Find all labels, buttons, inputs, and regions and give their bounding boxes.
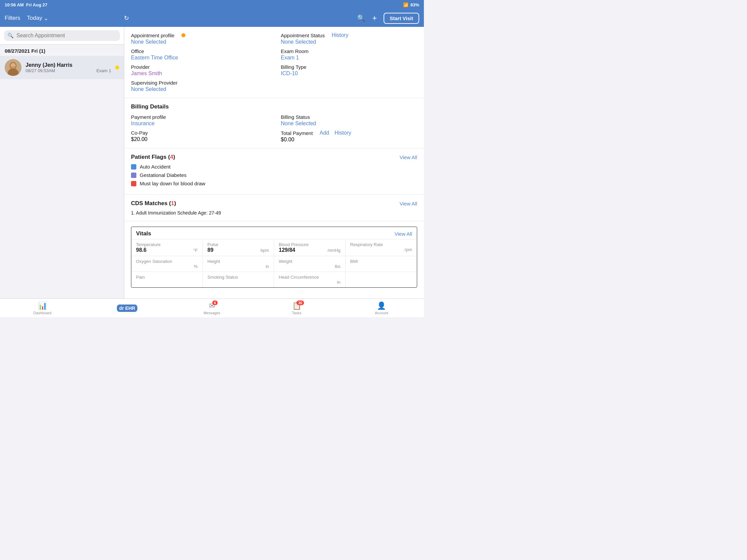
weight-unit: lbs	[335, 264, 341, 269]
tasks-icon-wrap: 📋 36	[292, 301, 301, 310]
smoking-label: Smoking Status	[208, 275, 269, 280]
temperature-cell: Temperature 98.6 °F	[131, 239, 203, 256]
appointment-status-label: Appointment Status	[281, 32, 325, 38]
resp-rate-cell: Respiratory Rate rpm	[345, 239, 417, 256]
billing-type-label: Billing Type	[281, 64, 417, 70]
flag-item-2: Must lay down for blood draw	[131, 181, 417, 186]
resp-rate-label: Respiratory Rate	[350, 242, 412, 247]
tab-ehr[interactable]: dr EHR	[85, 304, 169, 312]
smoking-cell: Smoking Status	[203, 272, 275, 287]
patient-name: Jenny (Jen) Harris	[26, 62, 111, 68]
search-input[interactable]	[17, 32, 117, 38]
vitals-view-all[interactable]: View All	[395, 231, 412, 237]
search-bar: 🔍	[0, 27, 124, 45]
appointment-profile-value[interactable]: None Selected	[131, 39, 267, 45]
exam-room-value[interactable]: Exam 1	[281, 55, 417, 61]
date-group-header: 08/27/2021 Fri (1)	[0, 45, 124, 56]
bp-unit: mmHg	[328, 248, 340, 253]
supervising-provider-value[interactable]: None Selected	[131, 86, 267, 92]
head-circ-cell: Head Circumference in	[274, 272, 345, 287]
appointment-status-value[interactable]: None Selected	[281, 39, 417, 45]
provider-value[interactable]: James Smith	[131, 71, 267, 77]
tab-messages[interactable]: ✉ 6 Messages	[170, 301, 254, 315]
account-icon: 👤	[377, 301, 386, 310]
provider-label: Provider	[131, 64, 267, 70]
messages-badge-wrap: 6	[212, 299, 218, 305]
bp-label: Blood Pressure	[279, 242, 341, 247]
appointment-status-history-link[interactable]: History	[332, 32, 348, 38]
appointment-info: Jenny (Jen) Harris 08/27 09:53AM Exam 1	[26, 62, 111, 73]
nav-bar-left: Filters Today ⌄ ↻	[5, 15, 129, 22]
tasks-badge-wrap: 36	[297, 299, 304, 305]
flag-item-0: Auto Accident	[131, 164, 417, 169]
tab-tasks[interactable]: 📋 36 Tasks	[254, 301, 339, 315]
pulse-label: Pulse	[208, 242, 269, 247]
cds-header-row: CDS Matches (1) View All	[131, 200, 417, 207]
flags-header-row: Patient Flags (4) View All	[131, 154, 417, 160]
total-payment-history-link[interactable]: History	[335, 130, 351, 136]
pulse-value: 89	[208, 247, 214, 253]
billing-details-title: Billing Details	[131, 103, 417, 110]
pulse-unit: bpm	[261, 248, 269, 253]
copay-value: $20.00	[131, 136, 267, 142]
search-icon[interactable]: 🔍	[357, 14, 365, 22]
appointment-details-section: Appointment profile None Selected Appoin…	[124, 27, 424, 98]
messages-icon-wrap: ✉ 6	[209, 301, 215, 310]
avatar	[5, 59, 22, 76]
add-button[interactable]: +	[372, 14, 377, 23]
total-payment-label: Total Payment	[281, 130, 313, 136]
exam-room-field: Exam Room Exam 1	[281, 48, 417, 61]
exam-room-label: Exam Room	[281, 48, 417, 54]
office-field: Office Eastern Time Office	[131, 48, 267, 61]
refresh-button[interactable]: ↻	[124, 15, 129, 22]
status-time: 10:56 AM Fri Aug 27	[5, 2, 47, 7]
supervising-row: Supervising Provider None Selected	[131, 80, 417, 92]
tab-account[interactable]: 👤 Account	[339, 301, 424, 315]
billing-type-value[interactable]: ICD-10	[281, 71, 417, 77]
copay-label: Co-Pay	[131, 130, 267, 136]
o2-label: Oxygen Saturation	[136, 259, 198, 264]
search-input-wrap[interactable]: 🔍	[4, 30, 120, 41]
ehr-label: EHR	[125, 305, 135, 311]
temperature-unit: °F	[193, 248, 198, 253]
flag-color-2	[131, 181, 136, 186]
office-examroom-row: Office Eastern Time Office Exam Room Exa…	[131, 48, 417, 61]
cds-view-all[interactable]: View All	[400, 201, 417, 207]
billing-status-field: Billing Status None Selected	[281, 114, 417, 127]
payment-profile-label: Payment profile	[131, 114, 267, 120]
height-label: Height	[208, 259, 269, 264]
start-visit-button[interactable]: Start Visit	[384, 13, 419, 24]
weight-cell: Weight lbs	[274, 256, 345, 272]
bp-cell: Blood Pressure 129/84 mmHg	[274, 239, 345, 256]
cds-title: CDS Matches (1)	[131, 200, 176, 207]
pulse-cell: Pulse 89 bpm	[203, 239, 275, 256]
total-payment-value: $0.00	[281, 137, 417, 143]
patient-flags-section: Patient Flags (4) View All Auto Accident…	[124, 149, 424, 195]
filters-button[interactable]: Filters	[5, 15, 20, 22]
tab-dashboard[interactable]: 📊 Dashboard	[0, 301, 85, 315]
flag-item-1: Gestational Diabetes	[131, 172, 417, 178]
today-button[interactable]: Today ⌄	[27, 15, 48, 22]
head-circ-label: Head Circumference	[279, 275, 341, 280]
supervising-provider-field: Supervising Provider None Selected	[131, 80, 267, 92]
billing-status-value[interactable]: None Selected	[281, 121, 417, 127]
vitals-header: Vitals View All	[131, 227, 417, 239]
sidebar: 🔍 08/27/2021 Fri (1) Jenny (Jen) Harris	[0, 27, 124, 298]
vitals-section: Vitals View All Temperature 98.6 °F Puls…	[131, 226, 417, 288]
height-unit: in	[266, 264, 269, 269]
payment-profile-value[interactable]: Insurance	[131, 121, 267, 127]
billing-type-field: Billing Type ICD-10	[281, 64, 417, 77]
appointment-item[interactable]: Jenny (Jen) Harris 08/27 09:53AM Exam 1	[0, 56, 124, 79]
total-payment-add-link[interactable]: Add	[320, 130, 329, 136]
flags-list: Auto Accident Gestational Diabetes Must …	[131, 164, 417, 186]
flags-view-all[interactable]: View All	[400, 155, 417, 160]
bmi-label: BMI	[350, 259, 412, 264]
office-label: Office	[131, 48, 267, 54]
wifi-icon: 📶	[403, 2, 408, 7]
vitals-grid: Temperature 98.6 °F Pulse 89 bpm Blood P…	[131, 239, 417, 287]
office-value[interactable]: Eastern Time Office	[131, 55, 267, 61]
billing-details-section: Billing Details Payment profile Insuranc…	[124, 98, 424, 149]
copay-field: Co-Pay $20.00	[131, 130, 267, 143]
status-bar: 10:56 AM Fri Aug 27 📶 83%	[0, 0, 424, 9]
flag-label-0: Auto Accident	[140, 164, 171, 169]
